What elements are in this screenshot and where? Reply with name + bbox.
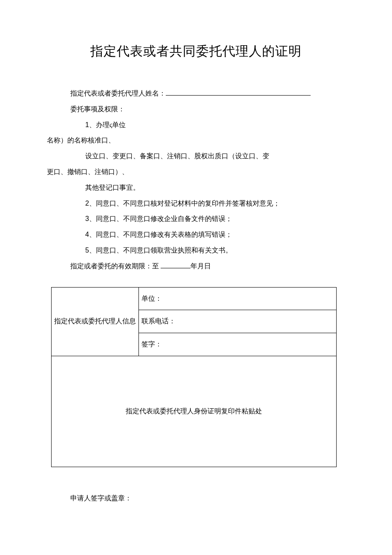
agent-name-line: 指定代表或者委托代理人姓名： — [47, 86, 345, 102]
item-5-line: 5、同意口、不同意口领取营业执照和有关文书。 — [47, 243, 345, 259]
phone-cell[interactable]: 联系电话： — [139, 310, 337, 333]
document-body: 指定代表或者委托代理人姓名： 委托事项及权限： 1、办理ς单位 名称）的名称核准… — [47, 86, 345, 506]
year-field[interactable] — [161, 261, 190, 268]
item-2-text: 、同意口、不同意口核对登记材料中的复印件并签署核对意见； — [89, 200, 280, 207]
agent-info-table: 指定代表或委托代理人信息 单位： 联系电话： 签字： 指定代表或委托代理人身份证… — [51, 287, 337, 467]
item-3-line: 3、同意口、不同意口修改企业自备文件的错误； — [47, 211, 345, 227]
agent-name-label: 指定代表或者委托代理人姓名： — [70, 90, 166, 97]
agent-name-field[interactable] — [166, 88, 311, 96]
item-5-text: 、同意口、不同意口领取营业执照和有关文书。 — [89, 247, 232, 254]
item-1-line-a: 1、办理ς单位 — [47, 117, 345, 133]
valid-term-line: 指定或者委托的有效期限：至 年月日 — [47, 259, 345, 274]
item-1-line-b: 名称）的名称核准口、 — [47, 133, 345, 148]
item-2-line: 2、同意口、不同意口核对登记材料中的复印件并签署核对意见； — [47, 196, 345, 212]
item-1-line-d: 更口、撤销口、注销口）、 — [47, 164, 345, 180]
entrust-header: 委托事项及权限： — [47, 102, 345, 117]
agent-info-header: 指定代表或委托代理人信息 — [52, 287, 139, 356]
item-1-text-a: 、办理ς单位 — [89, 121, 126, 128]
valid-term-label: 指定或者委托的有效期限：至 — [70, 262, 161, 270]
sign-cell[interactable]: 签字： — [139, 333, 337, 356]
applicant-sign-line: 申请人签字或盖章： — [47, 491, 345, 506]
valid-term-suffix: 年月日 — [190, 262, 211, 270]
item-1-line-e: 其他登记口事宜。 — [47, 180, 345, 196]
item-4-line: 4、同意口、不同意口修改有关表格的填写错误； — [47, 227, 345, 243]
item-4-text: 、同意口、不同意口修改有关表格的填写错误； — [89, 231, 232, 238]
page-title: 指定代表或者共同委托代理人的证明 — [47, 43, 345, 60]
item-1-line-c: 设立口、变更口、备案口、注销口、股权出质口（设立口、变 — [47, 148, 345, 164]
item-3-text: 、同意口、不同意口修改企业自备文件的错误； — [89, 215, 232, 222]
id-paste-area: 指定代表或委托代理人身份证明复印件粘贴处 — [52, 356, 337, 467]
unit-cell[interactable]: 单位： — [139, 287, 337, 310]
